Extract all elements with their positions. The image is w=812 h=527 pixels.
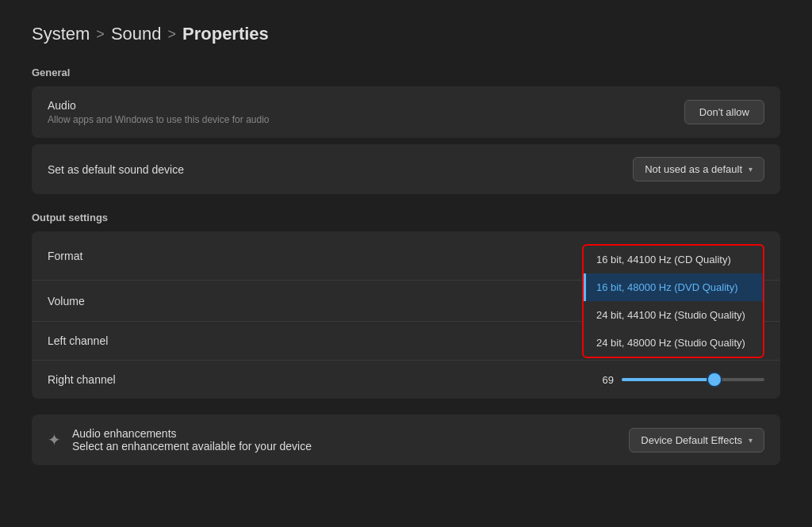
default-device-card: Set as default sound device Not used as … (32, 144, 780, 194)
enhancements-subtitle: Select an enhancement available for your… (72, 440, 312, 453)
enhancements-info: Audio enhancements Select an enhancement… (72, 427, 312, 453)
right-channel-row: Right channel 69 (32, 361, 780, 399)
chevron-down-icon: ▾ (749, 165, 753, 174)
default-device-label: Set as default sound device (48, 163, 184, 176)
dont-allow-button[interactable]: Don't allow (684, 100, 764, 124)
output-settings-label: Output settings (32, 212, 780, 223)
enhancements-title: Audio enhancements (72, 427, 312, 440)
audio-card: Audio Allow apps and Windows to use this… (32, 86, 780, 138)
right-channel-thumb[interactable] (708, 373, 721, 386)
enhancements-left: ✦ Audio enhancements Select an enhanceme… (48, 427, 312, 453)
output-settings-section: Output settings Format Test 16 bit, 4410… (32, 212, 780, 399)
right-channel-value: 69 (595, 374, 614, 386)
page-container: System > Sound > Properties General Audi… (0, 0, 812, 489)
general-section-label: General (32, 67, 780, 78)
breadcrumb: System > Sound > Properties (32, 24, 780, 44)
right-channel-slider-wrapper: 69 (595, 374, 764, 386)
format-row: Format Test 16 bit, 44100 Hz (CD Quality… (32, 231, 780, 281)
output-settings-card: Format Test 16 bit, 44100 Hz (CD Quality… (32, 231, 780, 399)
breadcrumb-system[interactable]: System (32, 24, 90, 44)
enhancements-card: ✦ Audio enhancements Select an enhanceme… (32, 414, 780, 465)
format-row-right: Test 16 bit, 44100 Hz (CD Quality) 16 bi… (718, 244, 764, 267)
audio-card-subtitle: Allow apps and Windows to use this devic… (48, 114, 270, 125)
format-label: Format (48, 250, 82, 262)
audio-card-title: Audio (48, 99, 270, 112)
format-option-3[interactable]: 24 bit, 44100 Hz (Studio Quality) (584, 301, 763, 329)
breadcrumb-sound[interactable]: Sound (111, 24, 162, 44)
format-option-2[interactable]: 16 bit, 48000 Hz (DVD Quality) (584, 273, 763, 301)
format-option-4[interactable]: 24 bit, 48000 Hz (Studio Quality) (584, 329, 763, 357)
default-device-dropdown[interactable]: Not used as a default ▾ (633, 157, 764, 181)
format-dropdown-popup: 16 bit, 44100 Hz (CD Quality) 16 bit, 48… (582, 244, 764, 358)
right-channel-fill (622, 378, 714, 381)
default-device-dropdown-label: Not used as a default (645, 163, 742, 175)
volume-label: Volume (48, 295, 85, 307)
enhancements-dropdown-label: Device Default Effects (641, 434, 742, 446)
format-option-1[interactable]: 16 bit, 44100 Hz (CD Quality) (584, 246, 763, 273)
audio-card-info: Audio Allow apps and Windows to use this… (48, 99, 270, 125)
left-channel-label: Left channel (48, 334, 108, 347)
breadcrumb-sep1: > (96, 26, 105, 43)
sparkle-icon: ✦ (48, 430, 61, 449)
right-channel-label: Right channel (48, 373, 116, 386)
right-channel-slider[interactable] (622, 378, 764, 381)
enhancements-dropdown[interactable]: Device Default Effects ▾ (629, 428, 764, 453)
enhancements-chevron-icon: ▾ (749, 436, 753, 445)
breadcrumb-sep2: > (168, 26, 177, 43)
breadcrumb-properties: Properties (182, 24, 269, 44)
